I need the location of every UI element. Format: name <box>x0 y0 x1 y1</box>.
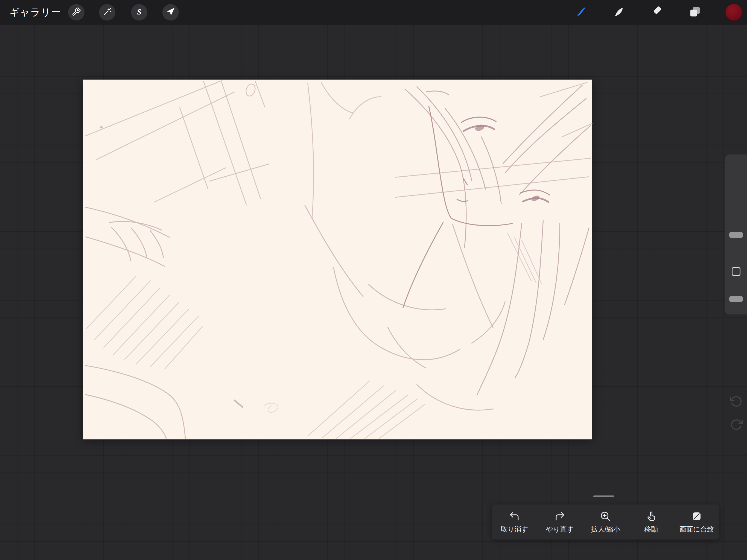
undo-arrow-icon <box>730 404 743 408</box>
move-hand-icon <box>645 510 657 522</box>
move-button[interactable]: 移動 <box>628 505 674 539</box>
transform-button[interactable] <box>162 4 179 21</box>
fit-screen-label: 画面に合致 <box>679 525 714 534</box>
zoom-label: 拡大/縮小 <box>591 525 620 534</box>
layers-icon <box>689 5 701 19</box>
drawing-canvas[interactable] <box>83 80 592 439</box>
layers-button[interactable] <box>689 6 701 19</box>
transform-arrow-icon <box>166 7 175 17</box>
modify-button[interactable] <box>732 267 741 276</box>
brush-opacity-slider[interactable] <box>729 296 743 302</box>
smudge-icon <box>612 5 625 19</box>
selection-button[interactable]: S <box>131 4 147 21</box>
procreate-app: ギャラリー S <box>0 0 747 560</box>
undo-button[interactable]: 取り消す <box>492 505 537 539</box>
gallery-button[interactable]: ギャラリー <box>9 0 61 25</box>
selection-s-icon: S <box>134 7 144 18</box>
toolbar-drag-handle[interactable] <box>593 495 614 497</box>
zoom-button[interactable]: 拡大/縮小 <box>583 505 628 539</box>
zoom-magnifier-icon <box>600 510 611 522</box>
actions-button[interactable] <box>68 4 84 21</box>
quick-actions-toolbar: 取り消す やり直す 拡大/縮小 <box>492 505 719 539</box>
color-swatch-icon[interactable] <box>725 4 743 21</box>
top-toolbar: ギャラリー S <box>0 0 747 25</box>
eraser-icon <box>651 5 663 19</box>
move-label: 移動 <box>644 525 658 534</box>
paint-tool-button[interactable] <box>574 6 587 19</box>
svg-text:S: S <box>137 7 141 16</box>
sidebar-redo-button[interactable] <box>730 418 743 431</box>
fit-screen-icon <box>691 510 702 522</box>
workspace-background <box>0 25 747 560</box>
sketch-artwork <box>83 80 592 439</box>
adjustments-button[interactable] <box>99 4 115 21</box>
sidebar-undo-button[interactable] <box>730 395 743 408</box>
redo-label: やり直す <box>546 525 574 534</box>
brush-icon <box>574 5 587 19</box>
undo-label: 取り消す <box>500 525 528 534</box>
fit-screen-button[interactable]: 画面に合致 <box>674 505 719 539</box>
redo-button[interactable]: やり直す <box>537 505 583 539</box>
magic-wand-icon <box>103 7 112 18</box>
wrench-icon <box>72 7 81 18</box>
redo-icon <box>554 510 566 522</box>
undo-icon <box>509 510 520 522</box>
redo-arrow-icon <box>730 427 743 432</box>
brush-control-sidebar <box>725 154 747 314</box>
erase-tool-button[interactable] <box>651 6 663 19</box>
brush-size-slider[interactable] <box>729 232 743 238</box>
smudge-tool-button[interactable] <box>612 6 625 19</box>
